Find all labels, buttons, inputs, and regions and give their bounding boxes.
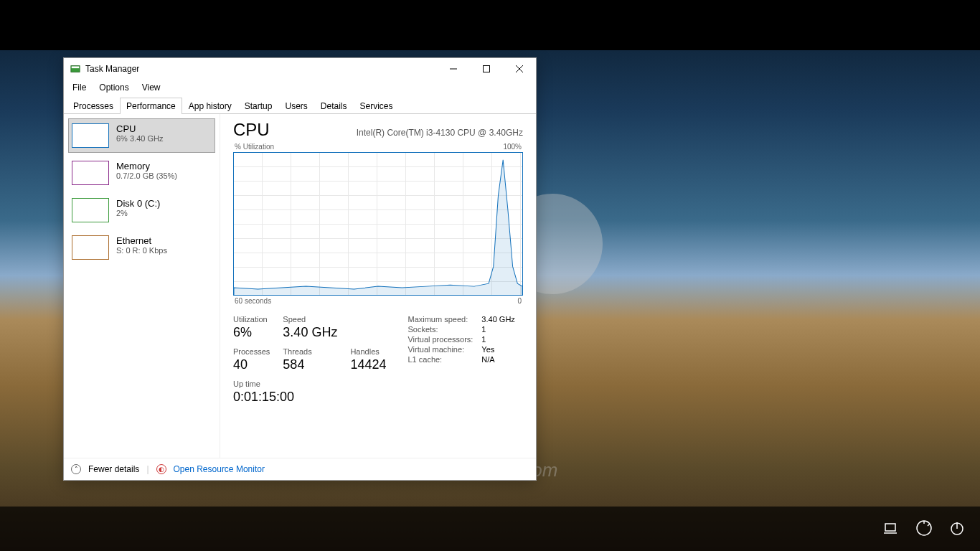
tab-services[interactable]: Services bbox=[354, 98, 400, 114]
minimize-button[interactable] bbox=[437, 58, 470, 80]
stat-value: 6% bbox=[233, 325, 270, 340]
close-button[interactable] bbox=[503, 58, 536, 80]
sidebar-item-ethernet[interactable]: Ethernet S: 0 R: 0 Kbps bbox=[68, 230, 215, 265]
memory-thumbnail-icon bbox=[72, 161, 109, 185]
chart-ymax: 100% bbox=[503, 143, 522, 151]
svg-rect-1 bbox=[72, 67, 80, 69]
cpu-utilization-chart bbox=[233, 152, 523, 296]
svg-rect-6 bbox=[885, 524, 895, 531]
tab-details[interactable]: Details bbox=[314, 98, 354, 114]
stat-label: Utilization bbox=[233, 315, 270, 324]
stat-label: Maximum speed: bbox=[407, 315, 473, 324]
stat-value: 3.40 GHz bbox=[481, 315, 514, 324]
disk-thumbnail-icon bbox=[72, 198, 109, 222]
tab-app-history[interactable]: App history bbox=[182, 98, 238, 114]
maximize-button[interactable] bbox=[470, 58, 503, 80]
ethernet-thumbnail-icon bbox=[72, 235, 109, 260]
titlebar[interactable]: Task Manager bbox=[64, 58, 536, 80]
stat-label: Processes bbox=[233, 347, 270, 356]
sidebar-item-sub: 6% 3.40 GHz bbox=[116, 134, 163, 143]
stats-secondary: Maximum speed:3.40 GHz Sockets:1 Virtual… bbox=[407, 315, 514, 405]
menubar: File Options View bbox=[64, 80, 536, 97]
stat-label: L1 cache: bbox=[407, 355, 473, 364]
window-title: Task Manager bbox=[85, 64, 437, 74]
content-area: CPU 6% 3.40 GHz Memory 0.7/2.0 GB (35%) … bbox=[64, 114, 536, 458]
chart-xlabel-left: 60 seconds bbox=[235, 297, 271, 305]
stat-label: Handles bbox=[350, 347, 386, 356]
stat-label: Virtual machine: bbox=[407, 345, 473, 354]
stat-value: 584 bbox=[283, 357, 337, 372]
collapse-icon[interactable]: ˄ bbox=[71, 464, 81, 474]
stat-value: 1 bbox=[481, 325, 514, 334]
performance-main: CPU Intel(R) Core(TM) i3-4130 CPU @ 3.40… bbox=[220, 114, 536, 458]
stat-label: Virtual processors: bbox=[407, 335, 473, 344]
sidebar-item-label: CPU bbox=[116, 123, 163, 134]
sidebar-item-label: Disk 0 (C:) bbox=[116, 198, 160, 209]
sidebar-item-label: Ethernet bbox=[116, 235, 167, 246]
tab-startup[interactable]: Startup bbox=[238, 98, 279, 114]
stat-value: 1 bbox=[481, 335, 514, 344]
power-icon[interactable] bbox=[947, 518, 967, 538]
stat-label: Speed bbox=[283, 315, 337, 324]
open-resource-monitor-link[interactable]: Open Resource Monitor bbox=[174, 464, 265, 474]
fewer-details-link[interactable]: Fewer details bbox=[88, 464, 139, 474]
sidebar-item-memory[interactable]: Memory 0.7/2.0 GB (35%) bbox=[68, 156, 215, 190]
uptime-label: Up time bbox=[233, 380, 386, 388]
window-footer: ˄ Fewer details | ◐ Open Resource Monito… bbox=[64, 458, 536, 480]
stat-label: Sockets: bbox=[407, 325, 473, 334]
svg-rect-3 bbox=[484, 66, 490, 72]
top-letterbox bbox=[0, 0, 980, 50]
stat-value: 3.40 GHz bbox=[283, 325, 337, 340]
app-icon bbox=[70, 63, 81, 75]
uptime-value: 0:01:15:00 bbox=[233, 390, 386, 405]
sidebar-item-cpu[interactable]: CPU 6% 3.40 GHz bbox=[68, 118, 215, 153]
menu-file[interactable]: File bbox=[67, 81, 92, 94]
network-icon[interactable] bbox=[881, 518, 901, 538]
stat-value: 14424 bbox=[350, 357, 386, 372]
tab-processes[interactable]: Processes bbox=[67, 98, 120, 114]
stat-value: N/A bbox=[481, 355, 514, 364]
bottom-letterbox bbox=[0, 507, 980, 551]
task-manager-window: Task Manager File Options View Processes… bbox=[63, 57, 537, 481]
chart-xlabel-right: 0 bbox=[517, 297, 522, 305]
stat-value: 40 bbox=[233, 357, 270, 372]
cpu-model: Intel(R) Core(TM) i3-4130 CPU @ 3.40GHz bbox=[357, 128, 523, 138]
tab-users[interactable]: Users bbox=[278, 98, 314, 114]
stats-primary: Utilization6% Speed3.40 GHz Processes40 … bbox=[233, 315, 386, 405]
sidebar-item-sub: 0.7/2.0 GB (35%) bbox=[116, 171, 177, 180]
sidebar-item-disk[interactable]: Disk 0 (C:) 2% bbox=[68, 193, 215, 227]
sidebar-item-sub: 2% bbox=[116, 209, 160, 217]
menu-options[interactable]: Options bbox=[93, 81, 134, 94]
stat-value: Yes bbox=[481, 345, 514, 354]
resmon-icon: ◐ bbox=[156, 464, 166, 474]
sidebar-item-label: Memory bbox=[116, 161, 177, 171]
menu-view[interactable]: View bbox=[136, 81, 166, 94]
tab-strip: Processes Performance App history Startu… bbox=[64, 97, 536, 114]
stat-label: Threads bbox=[283, 347, 337, 356]
chart-ylabel: % Utilization bbox=[235, 143, 274, 151]
cpu-thumbnail-icon bbox=[72, 123, 109, 148]
system-tray bbox=[881, 518, 967, 538]
performance-sidebar: CPU 6% 3.40 GHz Memory 0.7/2.0 GB (35%) … bbox=[64, 114, 220, 458]
tab-performance[interactable]: Performance bbox=[120, 98, 182, 114]
resource-title: CPU bbox=[233, 120, 270, 140]
sidebar-item-sub: S: 0 R: 0 Kbps bbox=[116, 246, 167, 255]
ease-of-access-icon[interactable] bbox=[914, 518, 934, 538]
